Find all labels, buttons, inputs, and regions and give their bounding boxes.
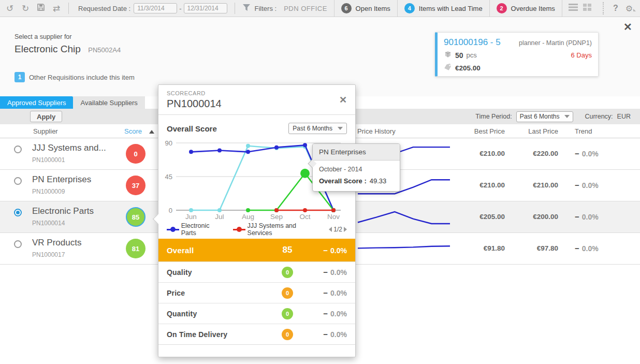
last-price-value: €200.00 [512,213,558,221]
score-badge[interactable]: 37 [126,176,146,195]
metric-row-quality[interactable]: Quality 0 −0.0% [158,261,355,282]
legend-item: Electronic Parts [167,222,226,237]
box-icon [444,50,452,60]
scorecard-label: SCORECARD [167,90,347,96]
trend-sign: − [575,244,579,253]
toolbar-divider [235,3,235,14]
metric-label: Quality [167,268,282,276]
last-price-value: €220.00 [512,150,558,157]
settings-menu[interactable]: ⚙ [622,4,640,13]
top-toolbar: ↺ ↻ ⇄ Requested Date : - Filters : PDN O… [0,0,640,17]
supplier-tabs: Approved Suppliers Available Suppliers [0,96,145,109]
price-history-sparkline [356,203,452,231]
sort-ascending-icon[interactable] [149,130,154,134]
part-number: PN5002A4 [88,46,121,54]
requested-date-label: Requested Date : [78,5,130,12]
close-icon[interactable]: ✕ [623,21,632,33]
tab-approved-suppliers[interactable]: Approved Suppliers [0,96,73,109]
overdue-items-filter[interactable]: 2 Overdue Items [489,0,562,17]
trend-sign: − [575,181,579,190]
best-price-value: €205.00 [458,213,505,221]
grid-view-icon[interactable] [583,4,591,13]
scorecard-close-icon[interactable]: ✕ [339,94,347,106]
svg-text:Aug: Aug [242,213,254,221]
metric-trend: −0.0% [307,288,347,297]
time-period-value: Past 6 Months [520,113,560,120]
metric-score-badge: 0 [282,267,293,278]
chart-tooltip: PN Enterprises October - 2014 Overall Sc… [312,143,400,192]
quantity-unit: pcs [467,51,477,59]
open-items-filter[interactable]: 6 Open Items [334,0,397,17]
legend-marker-icon [233,227,245,232]
supplier-radio[interactable] [14,177,22,185]
undo-icon[interactable]: ↺ [2,3,18,14]
overdue-items-label: Overdue Items [511,5,555,12]
legend-next-icon[interactable] [344,227,347,232]
metric-row-price[interactable]: Price 0 −0.0% [158,282,355,303]
col-score[interactable]: Score [124,127,142,135]
supplier-pn: PN1000017 [32,251,65,258]
apply-button[interactable]: Apply [30,111,62,122]
svg-text:Sep: Sep [270,213,283,221]
order-number-link[interactable]: 901000196 - 5 [444,37,501,48]
col-last-price: Last Price [512,127,558,135]
tab-available-suppliers[interactable]: Available Suppliers [73,96,144,109]
metric-row-quantity[interactable]: Quantity 0 −0.0% [158,303,355,324]
scorecard-footer [158,344,355,355]
filter-funnel-icon[interactable] [242,4,251,13]
supplier-radio-selected[interactable] [14,209,22,216]
tooltip-score-value: 49.33 [370,177,387,185]
metric-label: Quantity [167,310,282,318]
save-icon[interactable] [33,3,49,14]
lead-time-items-badge: 4 [404,3,415,13]
legend-label: Electronic Parts [181,222,226,237]
score-badge[interactable]: 85 [126,207,146,227]
date-from-input[interactable] [134,3,177,13]
svg-text:90: 90 [165,139,172,147]
page-title: Electronic Chip [14,43,81,54]
supplier-radio[interactable] [14,240,22,248]
svg-text:Nov: Nov [327,213,340,221]
supplier-radio[interactable] [14,145,22,153]
chevron-down-icon [564,115,570,118]
list-view-icon[interactable] [569,4,578,13]
time-period-select[interactable]: Past 6 Months [516,111,574,122]
supplier-name: Electronic Parts [32,206,94,216]
svg-text:0: 0 [169,207,172,214]
metric-label: On Time Delivery [167,330,282,339]
tooltip-title: PN Enterprises [313,144,400,161]
redo-icon[interactable]: ↻ [18,3,33,14]
score-badge[interactable]: 0 [126,144,146,164]
transfer-icon[interactable]: ⇄ [49,3,64,14]
filters-value[interactable]: PDN OFFICE [284,5,327,12]
last-price-value: €210.00 [512,181,558,189]
toolbar-divider [68,3,69,14]
supplier-name: PN Enterprises [32,174,91,185]
score-badge[interactable]: 81 [126,239,146,258]
metric-row-overall[interactable]: Overall 85 −0.0% [158,239,355,261]
supplier-pn: PN1000001 [32,156,65,164]
best-price-value: €210.00 [458,181,505,189]
col-best-price: Best Price [458,127,505,135]
tooltip-date: October - 2014 [319,166,394,173]
order-card[interactable]: 901000196 - 5 planner - Martin (PDNP1) 5… [435,32,599,77]
price-history-sparkline [356,235,452,263]
lead-time-value: 6 Days [571,51,592,59]
time-period-label: Time Period: [475,113,512,120]
metric-row-on-time-delivery[interactable]: On Time Delivery 0 −0.0% [158,324,355,344]
requisitions-count-badge[interactable]: 1 [14,72,25,82]
dotted-divider [603,2,604,14]
legend-prev-icon[interactable] [329,227,332,232]
open-items-badge: 6 [341,3,352,13]
svg-text:Oct: Oct [299,213,310,221]
quantity-value: 50 [455,51,463,60]
scorecard-period-select[interactable]: Past 6 Months [288,123,347,134]
date-to-input[interactable] [184,3,227,13]
lead-time-items-filter[interactable]: 4 Items with Lead Time [397,0,489,17]
best-price-value: €210.00 [458,150,505,157]
order-price: €205.00 [455,64,481,72]
trend-sign: − [575,149,579,158]
trend-value: −0.0% [575,212,599,221]
legend-marker-icon [167,227,179,232]
help-icon[interactable]: ? [609,4,622,13]
